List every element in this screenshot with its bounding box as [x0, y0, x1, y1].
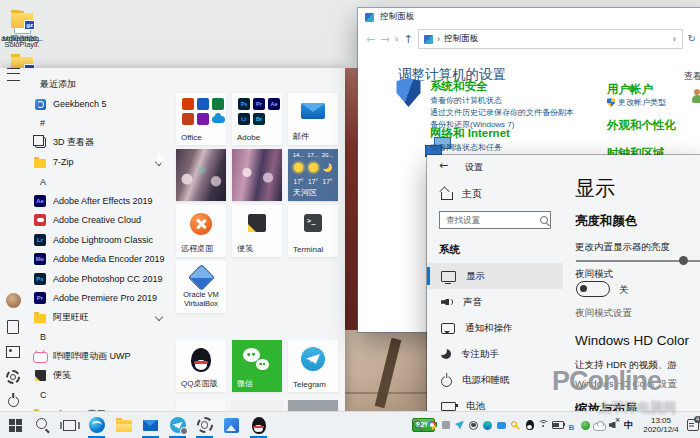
settings-nav-item[interactable]: 电池 [427, 393, 563, 412]
start-menu-item[interactable]: 7-Zip [26, 153, 174, 172]
category-system-security[interactable]: 系统和安全 [430, 79, 488, 94]
taskbar-app-button[interactable] [2, 412, 29, 438]
forward-icon[interactable]: → [380, 34, 389, 45]
category-network-internet[interactable]: 网络和 Internet [430, 126, 510, 141]
rail-icon[interactable] [6, 293, 21, 308]
tile-weather[interactable]: 14... 17° 17... 17° 20... 17° 天河区 [288, 149, 338, 201]
settings-nav-item[interactable]: 声音 [427, 289, 563, 315]
address-dropdown-icon[interactable]: ∨ [672, 36, 676, 42]
tile-sticky-notes[interactable]: 便笺 [232, 205, 282, 257]
tray-icon[interactable] [440, 419, 451, 432]
taskbar-app-button[interactable] [83, 412, 110, 438]
tile-wechat[interactable]: 微信 [232, 340, 282, 392]
settings-nav-item[interactable]: 显示 [427, 263, 563, 289]
tray-icon[interactable] [468, 419, 479, 432]
start-menu-item[interactable]: 哔哩哔哩动画 UWP [26, 346, 174, 365]
system-security-icon[interactable] [396, 78, 421, 107]
start-menu-item[interactable]: B [26, 327, 174, 346]
action-center-button[interactable]: 4 [687, 419, 698, 432]
taskbar-app-button[interactable] [191, 412, 218, 438]
app-icon [34, 273, 46, 285]
start-menu-item[interactable]: Adobe After Effects 2019 [26, 191, 174, 210]
night-mode-toggle[interactable] [576, 281, 610, 297]
start-menu-item[interactable]: Adobe Photoshop CC 2019 [26, 269, 174, 288]
tile-adobe[interactable]: Adobe [232, 93, 282, 145]
tile-office[interactable]: Office [176, 93, 226, 145]
taskbar-app-button[interactable] [110, 412, 137, 438]
back-icon[interactable]: ← [366, 34, 375, 45]
category-link-row[interactable]: 更改帐户类型 [607, 97, 666, 108]
category-link[interactable]: 查看你的计算机状态 [430, 95, 502, 106]
tray-icon[interactable] [412, 419, 423, 432]
tray-icon[interactable] [566, 419, 577, 432]
notification-badge [180, 427, 188, 435]
tile-anime-photo-2[interactable] [232, 149, 282, 201]
tray-icon[interactable] [482, 419, 493, 432]
tray-icon[interactable] [510, 419, 521, 432]
start-menu-item[interactable]: Adobe Creative Cloud [26, 211, 174, 230]
start-menu-item[interactable]: Adobe Premiere Pro 2019 [26, 288, 174, 307]
tile-qq[interactable]: QQ桌面版 [176, 340, 226, 392]
up-icon[interactable]: ↑ [404, 34, 413, 45]
settings-nav-item[interactable]: 电源和睡眠 [427, 367, 563, 393]
taskbar-app-button[interactable] [56, 412, 83, 438]
taskbar-app-button[interactable] [29, 412, 56, 438]
category-user-accounts[interactable]: 用户帐户 [607, 82, 653, 97]
breadcrumb[interactable]: 控制面板 [444, 33, 478, 45]
start-menu-item[interactable]: 最近添加 [26, 75, 174, 94]
clock[interactable]: 13:05 2020/12/4 [638, 416, 684, 435]
ime-indicator[interactable]: 中 [624, 419, 633, 432]
rail-icon[interactable] [6, 346, 20, 358]
settings-nav-item[interactable]: 通知和操作 [427, 315, 563, 341]
tile-virtualbox[interactable]: Oracle VM VirtualBox [176, 261, 226, 313]
rail-icon[interactable] [6, 370, 20, 384]
search-input[interactable] [439, 211, 551, 229]
control-panel-titlebar[interactable]: 控制面板 [358, 8, 700, 26]
night-mode-settings-link[interactable]: 夜间模式设置 [575, 307, 632, 320]
start-menu-item[interactable]: C [26, 385, 174, 404]
start-menu-item[interactable]: # [26, 114, 174, 133]
start-menu-item[interactable]: 阿里旺旺 [26, 308, 174, 327]
start-menu-item[interactable]: Adobe Lightroom Classic [26, 230, 174, 249]
category-link[interactable]: 更改帐户类型 [618, 97, 666, 108]
start-menu-item[interactable]: 3D 查看器 [26, 133, 174, 152]
tray-icon[interactable] [524, 419, 535, 432]
desktop-icon[interactable]: axgkj_imag.. [0, 8, 44, 43]
category-personalization[interactable]: 外观和个性化 [607, 118, 676, 133]
brightness-slider[interactable] [576, 256, 700, 266]
taskbar-app-button[interactable] [137, 412, 164, 438]
user-accounts-icon[interactable] [691, 81, 700, 103]
refresh-icon[interactable]: ↻ [688, 34, 696, 44]
start-menu-item[interactable]: Adobe Media Encoder 2019 [26, 250, 174, 269]
tray-icon[interactable] [454, 419, 465, 432]
history-dropdown-icon[interactable]: ∨ [394, 36, 398, 42]
rail-icon[interactable] [8, 396, 19, 407]
tile-anime-photo-1[interactable] [176, 149, 226, 201]
tray-icon[interactable] [496, 419, 507, 432]
tray-icon[interactable] [552, 419, 563, 432]
start-menu-item[interactable]: Geekbench 5 [26, 94, 174, 113]
back-icon[interactable]: ← [439, 159, 448, 172]
settings-nav-item[interactable]: 专注助手 [427, 341, 563, 367]
tray-icon[interactable] [426, 419, 437, 432]
tile-terminal[interactable]: Terminal [288, 205, 338, 257]
tile-mail[interactable]: 邮件 [288, 93, 338, 145]
tray-icon[interactable] [594, 419, 605, 432]
sidebar-item-home[interactable]: 主页 [441, 187, 482, 201]
start-menu-item[interactable]: 便笺 [26, 366, 174, 385]
tray-icon[interactable] [538, 419, 549, 432]
tile-remote-desktop[interactable]: 远程桌面 [176, 205, 226, 257]
category-link[interactable]: 查看网络状态和任务 [430, 142, 502, 153]
tile-telegram[interactable]: Telegram [288, 340, 338, 392]
tray-icon[interactable] [580, 419, 591, 432]
rail-icon[interactable] [7, 320, 19, 334]
taskbar-app-button[interactable] [218, 412, 245, 438]
hamburger-icon[interactable] [7, 68, 20, 81]
taskbar-app-button[interactable] [164, 412, 191, 438]
address-bar[interactable]: › 控制面板 ∨ [418, 29, 683, 49]
tray-icon[interactable] [608, 419, 619, 432]
taskbar-app-button[interactable] [245, 412, 272, 438]
slider-handle[interactable] [679, 256, 688, 265]
start-menu-item[interactable]: A [26, 172, 174, 191]
category-link[interactable]: 通过文件历史记录保存你的文件备份副本 [430, 107, 574, 118]
